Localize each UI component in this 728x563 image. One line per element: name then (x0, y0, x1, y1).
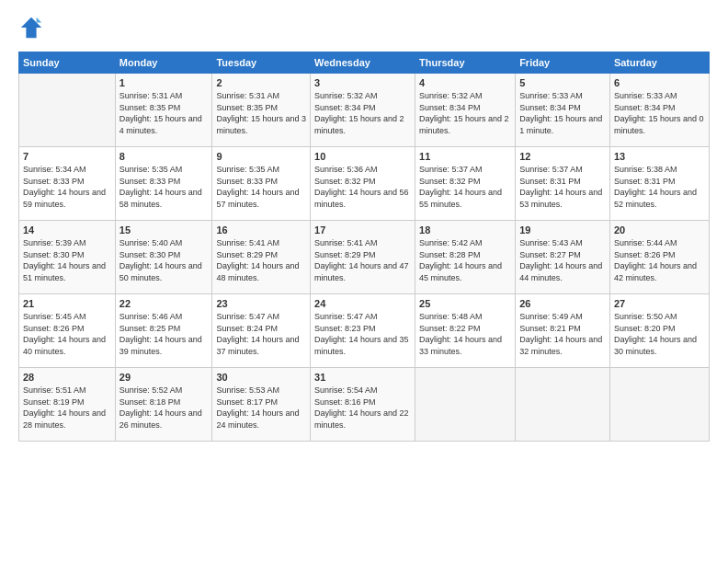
weekday-header-tuesday: Tuesday (212, 52, 311, 74)
day-number: 16 (216, 224, 306, 236)
day-info: Sunrise: 5:37 AMSunset: 8:32 PMDaylight:… (419, 164, 511, 210)
day-number: 29 (119, 372, 209, 383)
day-number: 15 (119, 224, 209, 236)
day-info: Sunrise: 5:33 AMSunset: 8:34 PMDaylight:… (519, 90, 606, 136)
day-number: 5 (519, 77, 606, 88)
day-cell: 24Sunrise: 5:47 AMSunset: 8:23 PMDayligh… (311, 294, 415, 368)
day-number: 19 (519, 224, 606, 236)
day-number: 28 (23, 372, 111, 383)
day-info: Sunrise: 5:54 AMSunset: 8:16 PMDaylight:… (314, 385, 411, 431)
week-row-2: 7Sunrise: 5:34 AMSunset: 8:33 PMDaylight… (19, 147, 710, 221)
day-cell: 15Sunrise: 5:40 AMSunset: 8:30 PMDayligh… (115, 221, 212, 294)
day-cell (516, 368, 610, 442)
day-info: Sunrise: 5:38 AMSunset: 8:31 PMDaylight:… (614, 164, 705, 210)
day-info: Sunrise: 5:48 AMSunset: 8:22 PMDaylight:… (419, 311, 511, 357)
day-number: 31 (314, 372, 411, 383)
day-info: Sunrise: 5:45 AMSunset: 8:26 PMDaylight:… (23, 311, 111, 357)
day-cell: 22Sunrise: 5:46 AMSunset: 8:25 PMDayligh… (115, 294, 212, 368)
day-cell: 20Sunrise: 5:44 AMSunset: 8:26 PMDayligh… (609, 221, 709, 294)
day-cell: 13Sunrise: 5:38 AMSunset: 8:31 PMDayligh… (609, 147, 709, 221)
day-info: Sunrise: 5:36 AMSunset: 8:32 PMDaylight:… (314, 164, 411, 210)
day-cell: 16Sunrise: 5:41 AMSunset: 8:29 PMDayligh… (212, 221, 311, 294)
day-info: Sunrise: 5:51 AMSunset: 8:19 PMDaylight:… (23, 385, 111, 431)
day-info: Sunrise: 5:35 AMSunset: 8:33 PMDaylight:… (119, 164, 209, 210)
day-info: Sunrise: 5:41 AMSunset: 8:29 PMDaylight:… (314, 237, 411, 283)
day-number: 17 (314, 224, 411, 236)
day-cell: 3Sunrise: 5:32 AMSunset: 8:34 PMDaylight… (311, 74, 415, 147)
day-number: 3 (314, 77, 411, 88)
svg-marker-1 (37, 17, 42, 23)
day-cell: 8Sunrise: 5:35 AMSunset: 8:33 PMDaylight… (115, 147, 212, 221)
day-number: 21 (23, 298, 111, 309)
day-info: Sunrise: 5:31 AMSunset: 8:35 PMDaylight:… (216, 90, 306, 136)
day-info: Sunrise: 5:46 AMSunset: 8:25 PMDaylight:… (119, 311, 209, 357)
day-number: 9 (216, 151, 306, 162)
day-cell: 23Sunrise: 5:47 AMSunset: 8:24 PMDayligh… (212, 294, 311, 368)
day-info: Sunrise: 5:31 AMSunset: 8:35 PMDaylight:… (119, 90, 209, 136)
day-info: Sunrise: 5:32 AMSunset: 8:34 PMDaylight:… (314, 90, 411, 136)
weekday-header-thursday: Thursday (415, 52, 516, 74)
day-cell: 4Sunrise: 5:32 AMSunset: 8:34 PMDaylight… (415, 74, 516, 147)
weekday-header-sunday: Sunday (19, 52, 116, 74)
day-info: Sunrise: 5:33 AMSunset: 8:34 PMDaylight:… (614, 90, 705, 136)
day-info: Sunrise: 5:43 AMSunset: 8:27 PMDaylight:… (519, 237, 606, 283)
day-cell: 31Sunrise: 5:54 AMSunset: 8:16 PMDayligh… (311, 368, 415, 442)
day-info: Sunrise: 5:47 AMSunset: 8:24 PMDaylight:… (216, 311, 306, 357)
day-number: 25 (419, 298, 511, 309)
day-number: 26 (519, 298, 606, 309)
day-number: 22 (119, 298, 209, 309)
day-number: 4 (419, 77, 511, 88)
weekday-header-saturday: Saturday (609, 52, 709, 74)
header (18, 15, 710, 40)
day-cell: 26Sunrise: 5:49 AMSunset: 8:21 PMDayligh… (516, 294, 610, 368)
day-info: Sunrise: 5:40 AMSunset: 8:30 PMDaylight:… (119, 237, 209, 283)
day-cell (415, 368, 516, 442)
day-cell: 25Sunrise: 5:48 AMSunset: 8:22 PMDayligh… (415, 294, 516, 368)
day-cell: 11Sunrise: 5:37 AMSunset: 8:32 PMDayligh… (415, 147, 516, 221)
day-cell: 30Sunrise: 5:53 AMSunset: 8:17 PMDayligh… (212, 368, 311, 442)
day-number: 11 (419, 151, 511, 162)
day-cell (19, 74, 116, 147)
day-number: 30 (216, 372, 306, 383)
week-row-1: 1Sunrise: 5:31 AMSunset: 8:35 PMDaylight… (19, 74, 710, 147)
day-cell: 27Sunrise: 5:50 AMSunset: 8:20 PMDayligh… (609, 294, 709, 368)
day-cell: 6Sunrise: 5:33 AMSunset: 8:34 PMDaylight… (609, 74, 709, 147)
day-info: Sunrise: 5:44 AMSunset: 8:26 PMDaylight:… (614, 237, 705, 283)
day-number: 18 (419, 224, 511, 236)
day-cell: 9Sunrise: 5:35 AMSunset: 8:33 PMDaylight… (212, 147, 311, 221)
day-number: 20 (614, 224, 705, 236)
day-number: 7 (23, 151, 111, 162)
day-info: Sunrise: 5:39 AMSunset: 8:30 PMDaylight:… (23, 237, 111, 283)
day-info: Sunrise: 5:32 AMSunset: 8:34 PMDaylight:… (419, 90, 511, 136)
day-info: Sunrise: 5:53 AMSunset: 8:17 PMDaylight:… (216, 385, 306, 431)
day-cell: 29Sunrise: 5:52 AMSunset: 8:18 PMDayligh… (115, 368, 212, 442)
logo-icon (18, 15, 44, 40)
weekday-header-wednesday: Wednesday (311, 52, 415, 74)
day-number: 1 (119, 77, 209, 88)
day-info: Sunrise: 5:37 AMSunset: 8:31 PMDaylight:… (519, 164, 606, 210)
day-number: 12 (519, 151, 606, 162)
day-info: Sunrise: 5:50 AMSunset: 8:20 PMDaylight:… (614, 311, 705, 357)
day-cell: 5Sunrise: 5:33 AMSunset: 8:34 PMDaylight… (516, 74, 610, 147)
day-info: Sunrise: 5:35 AMSunset: 8:33 PMDaylight:… (216, 164, 306, 210)
day-number: 24 (314, 298, 411, 309)
weekday-header-monday: Monday (115, 52, 212, 74)
day-number: 8 (119, 151, 209, 162)
logo (18, 15, 48, 40)
day-cell: 2Sunrise: 5:31 AMSunset: 8:35 PMDaylight… (212, 74, 311, 147)
week-row-4: 21Sunrise: 5:45 AMSunset: 8:26 PMDayligh… (19, 294, 710, 368)
day-cell: 21Sunrise: 5:45 AMSunset: 8:26 PMDayligh… (19, 294, 116, 368)
day-cell: 28Sunrise: 5:51 AMSunset: 8:19 PMDayligh… (19, 368, 116, 442)
calendar-table: SundayMondayTuesdayWednesdayThursdayFrid… (18, 52, 710, 442)
day-cell: 1Sunrise: 5:31 AMSunset: 8:35 PMDaylight… (115, 74, 212, 147)
day-cell: 18Sunrise: 5:42 AMSunset: 8:28 PMDayligh… (415, 221, 516, 294)
day-info: Sunrise: 5:42 AMSunset: 8:28 PMDaylight:… (419, 237, 511, 283)
weekday-header-row: SundayMondayTuesdayWednesdayThursdayFrid… (19, 52, 710, 74)
day-number: 14 (23, 224, 111, 236)
week-row-5: 28Sunrise: 5:51 AMSunset: 8:19 PMDayligh… (19, 368, 710, 442)
weekday-header-friday: Friday (516, 52, 610, 74)
day-info: Sunrise: 5:47 AMSunset: 8:23 PMDaylight:… (314, 311, 411, 357)
day-info: Sunrise: 5:41 AMSunset: 8:29 PMDaylight:… (216, 237, 306, 283)
day-cell: 14Sunrise: 5:39 AMSunset: 8:30 PMDayligh… (19, 221, 116, 294)
day-number: 27 (614, 298, 705, 309)
